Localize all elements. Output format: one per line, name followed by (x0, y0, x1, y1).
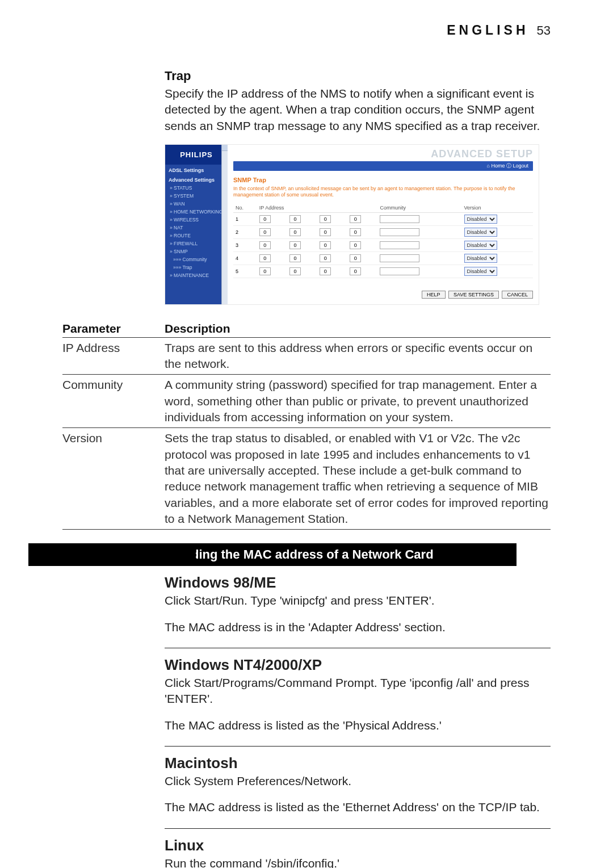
os-text: Click System Preferences/Network. (165, 773, 551, 789)
community-input[interactable] (380, 254, 419, 262)
trap-no: 1 (233, 212, 257, 225)
ip-octet-input[interactable] (320, 228, 331, 236)
param-desc: Sets the trap status to disabled, or ena… (165, 430, 551, 527)
ip-octet-input[interactable] (350, 215, 361, 223)
trap-title: Trap (165, 69, 551, 83)
os-section: Windows 98/ME Click Start/Run. Type 'win… (28, 574, 585, 868)
help-button[interactable]: HELP (422, 291, 446, 299)
divider (165, 746, 551, 747)
trap-no: 4 (233, 251, 257, 265)
section-finding-mac: Finding the MAC address of a Network Car… (165, 543, 517, 566)
community-input[interactable] (380, 228, 419, 236)
ip-octet-input[interactable] (259, 254, 271, 262)
ip-octet-input[interactable] (259, 228, 271, 236)
snmp-trap-description: In the context of SNMP, an unsolicited m… (233, 186, 533, 199)
os-text: Click Start/Programs/Command Prompt. Typ… (165, 675, 551, 707)
save-settings-button[interactable]: SAVE SETTINGS (448, 291, 499, 299)
router-topbar[interactable]: ⌂ Home ⓘ Logout (233, 161, 533, 171)
ip-octet-input[interactable] (320, 241, 331, 249)
community-input[interactable] (380, 267, 419, 275)
param-row-ip: IP Address Traps are sent to this addres… (62, 337, 551, 375)
snmp-trap-table: No. IP Address Community Version 1Disabl… (233, 203, 533, 278)
sidebar-item-wan[interactable]: » WAN (165, 200, 228, 208)
divider (165, 648, 551, 648)
sidebar-item-maintenance[interactable]: » MAINTENANCE (165, 271, 228, 279)
sidebar-subitem-community[interactable]: »»» Community (165, 255, 228, 263)
parameter-table: Parameter Description IP Address Traps a… (62, 320, 551, 530)
trap-row: 5Disabled (233, 265, 533, 278)
trap-row: 3Disabled (233, 238, 533, 251)
os-title-macintosh: Macintosh (165, 754, 551, 772)
ip-octet-input[interactable] (289, 254, 301, 262)
sidebar-section-adsl: ADSL Settings (165, 165, 228, 174)
sidebar-item-snmp[interactable]: » SNMP (165, 248, 228, 255)
sidebar-item-wireless[interactable]: » WIRELESS (165, 216, 228, 224)
page: ENGLISH 53 Trap Specify the IP address o… (0, 0, 613, 868)
page-header: ENGLISH 53 (28, 0, 585, 46)
cancel-button[interactable]: CANCEL (502, 291, 533, 299)
param-row-community: Community A community string (password) … (62, 374, 551, 427)
param-name: Community (62, 377, 165, 425)
header-language: ENGLISH (447, 23, 528, 38)
sidebar-item-status[interactable]: » STATUS (165, 184, 228, 192)
content-col: Trap Specify the IP address of the NMS t… (28, 69, 585, 305)
param-row-version: Version Sets the trap status to disabled… (62, 427, 551, 530)
black-bar-left (28, 543, 196, 566)
sidebar-subitem-trap[interactable]: »»» Trap (165, 263, 228, 271)
version-select[interactable]: Disabled (464, 241, 497, 250)
trap-row: 2Disabled (233, 225, 533, 238)
divider (165, 828, 551, 829)
version-select[interactable]: Disabled (464, 215, 497, 224)
version-select[interactable]: Disabled (464, 254, 497, 263)
sidebar-section-advanced: Advanced Settings (165, 174, 228, 184)
snmp-trap-heading: SNMP Trap (233, 177, 533, 183)
trap-body: Specify the IP address of the NMS to not… (165, 86, 551, 134)
ip-octet-input[interactable] (350, 241, 361, 249)
router-sidebar: PHILIPS ADSL Settings Advanced Settings … (165, 145, 228, 304)
os-text: The MAC address is listed as the 'Physic… (165, 718, 551, 733)
os-title-winnt: Windows NT4/2000/XP (165, 656, 551, 674)
trap-row: 4Disabled (233, 251, 533, 265)
param-header-description: Description (165, 322, 230, 336)
param-name: IP Address (62, 340, 165, 372)
trap-row: 1Disabled (233, 212, 533, 225)
os-text: The MAC address is listed as the 'Ethern… (165, 799, 551, 815)
ip-octet-input[interactable] (289, 215, 301, 223)
trap-no: 2 (233, 225, 257, 238)
ip-octet-input[interactable] (350, 254, 361, 262)
param-header-parameter: Parameter (62, 322, 165, 336)
sidebar-item-route[interactable]: » ROUTE (165, 232, 228, 240)
ip-octet-input[interactable] (259, 267, 271, 275)
col-version: Version (462, 203, 533, 213)
col-ip: IP Address (257, 203, 378, 213)
ip-octet-input[interactable] (320, 267, 331, 275)
ip-octet-input[interactable] (289, 267, 301, 275)
sidebar-item-firewall[interactable]: » FIREWALL (165, 240, 228, 248)
sidebar-scrollbar[interactable] (221, 145, 228, 304)
ip-octet-input[interactable] (350, 267, 361, 275)
community-input[interactable] (380, 241, 419, 249)
router-main-title: ADVANCED SETUP (233, 148, 533, 160)
trap-no: 3 (233, 238, 257, 251)
header-page-number: 53 (537, 23, 551, 38)
ip-octet-input[interactable] (289, 241, 301, 249)
version-select[interactable]: Disabled (464, 267, 497, 276)
community-input[interactable] (380, 215, 419, 223)
ip-octet-input[interactable] (320, 254, 331, 262)
ip-octet-input[interactable] (259, 215, 271, 223)
os-text: The MAC address is in the 'Adapter Addre… (165, 619, 551, 635)
sidebar-item-home-networking[interactable]: » HOME NETWORKING (165, 208, 228, 216)
os-text: Click Start/Run. Type 'winipcfg' and pre… (165, 593, 551, 609)
ip-octet-input[interactable] (320, 215, 331, 223)
sidebar-item-nat[interactable]: » NAT (165, 224, 228, 232)
router-logo: PHILIPS (165, 145, 228, 165)
ip-octet-input[interactable] (259, 241, 271, 249)
parameter-table-head: Parameter Description (62, 320, 551, 337)
sidebar-item-system[interactable]: » SYSTEM (165, 192, 228, 200)
version-select[interactable]: Disabled (464, 228, 497, 237)
trap-no: 5 (233, 265, 257, 278)
router-buttons: HELP SAVE SETTINGS CANCEL (233, 291, 533, 299)
ip-octet-input[interactable] (289, 228, 301, 236)
os-title-win98: Windows 98/ME (165, 574, 551, 592)
ip-octet-input[interactable] (350, 228, 361, 236)
